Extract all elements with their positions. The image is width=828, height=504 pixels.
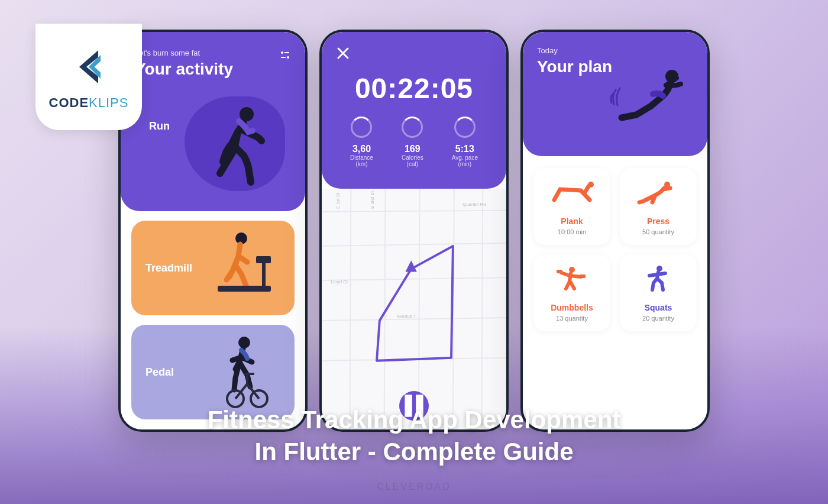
svg-rect-7	[262, 259, 266, 289]
hero-title: Fitness Tracking App Development In Flut…	[0, 404, 828, 469]
svg-text:Lloyd Ct: Lloyd Ct	[331, 279, 348, 285]
featured-activity-label: Run	[149, 120, 170, 133]
exercise-card-press[interactable]: Press 50 quantity	[620, 168, 697, 245]
svg-rect-8	[256, 256, 271, 263]
exercise-name: Squats	[626, 303, 691, 312]
exercise-detail: 13 quantity	[539, 315, 604, 322]
exercise-name: Dumbbells	[539, 303, 604, 312]
press-icon	[635, 177, 682, 207]
progress-ring-icon	[351, 117, 372, 138]
timer-display: 00:22:05	[336, 72, 492, 105]
dumbbells-icon	[548, 264, 596, 293]
svg-rect-1	[284, 52, 289, 53]
activity-subtitle: Let's burn some fat	[135, 49, 291, 57]
close-icon[interactable]	[336, 46, 350, 60]
plank-icon	[548, 177, 596, 207]
stat-distance: 3,60 Distance (km)	[350, 117, 373, 167]
phone-tracking-screen: 00:22:05 3,60 Distance (km) 169 Calories…	[319, 30, 509, 432]
activity-title: Your activity	[135, 60, 291, 79]
logo-badge: CODEKLIPS	[35, 24, 142, 130]
treadmill-icon	[206, 230, 283, 306]
codeklips-logo-icon	[65, 43, 112, 91]
exercise-card-squats[interactable]: Squats 20 quantity	[620, 254, 697, 331]
activity-card-treadmill[interactable]: Treadmill	[131, 221, 295, 315]
exercise-name: Press	[626, 217, 691, 226]
activity-card-label: Treadmill	[145, 262, 192, 274]
running-person-icon	[196, 102, 279, 191]
svg-text:Avenue T: Avenue T	[397, 314, 416, 319]
phone-mockups-row: Let's burn some fat Your activity Run Tr…	[118, 30, 710, 432]
stat-pace: 5:13 Avg. pace (min)	[452, 117, 478, 167]
svg-text:E 1st St: E 1st St	[335, 192, 341, 209]
svg-point-31	[588, 182, 594, 188]
phone-activity-screen: Let's burn some fat Your activity Run Tr…	[118, 30, 308, 432]
exercise-card-plank[interactable]: Plank 10:00 min	[533, 168, 610, 245]
svg-rect-3	[281, 57, 286, 58]
exercise-card-dumbbells[interactable]: Dumbbells 13 quantity	[533, 254, 610, 331]
squats-icon	[635, 264, 682, 293]
watermark-text: CLEVEROAD	[377, 482, 451, 492]
stat-calories: 169 Calories (cal)	[402, 117, 423, 167]
svg-text:E 2nd St: E 2nd St	[370, 190, 375, 209]
exercise-detail: 50 quantity	[626, 228, 691, 235]
activity-header: Let's burn some fat Your activity Run	[121, 32, 305, 211]
stats-row: 3,60 Distance (km) 169 Calories (cal) 5:…	[336, 117, 492, 167]
situp-person-icon	[607, 62, 696, 144]
plan-subtitle: Today	[537, 46, 693, 55]
exercise-detail: 20 quantity	[626, 315, 691, 322]
map-view[interactable]: E 1st St E 2nd St Quentin Rd Avenue T Ll…	[322, 189, 506, 429]
exercise-grid: Plank 10:00 min Press 50 quantity Dumb	[523, 156, 707, 343]
featured-activity[interactable]: Run	[135, 79, 291, 197]
progress-ring-icon	[402, 117, 423, 138]
exercise-name: Plank	[539, 217, 604, 226]
tracking-header: 00:22:05 3,60 Distance (km) 169 Calories…	[322, 32, 506, 189]
svg-rect-35	[580, 274, 586, 278]
svg-point-0	[281, 51, 283, 54]
plan-header: Today Your plan	[523, 32, 707, 156]
svg-text:Quentin Rd: Quentin Rd	[462, 202, 486, 207]
progress-ring-icon	[454, 117, 476, 138]
phone-plan-screen: Today Your plan Plank 10:00 min	[520, 30, 710, 432]
cycling-icon	[206, 334, 283, 411]
svg-point-2	[287, 56, 289, 59]
settings-icon[interactable]	[279, 50, 291, 62]
activity-card-label: Pedal	[145, 366, 174, 379]
exercise-detail: 10:00 min	[539, 228, 604, 235]
svg-rect-34	[557, 270, 562, 273]
logo-text: CODEKLIPS	[49, 95, 129, 111]
